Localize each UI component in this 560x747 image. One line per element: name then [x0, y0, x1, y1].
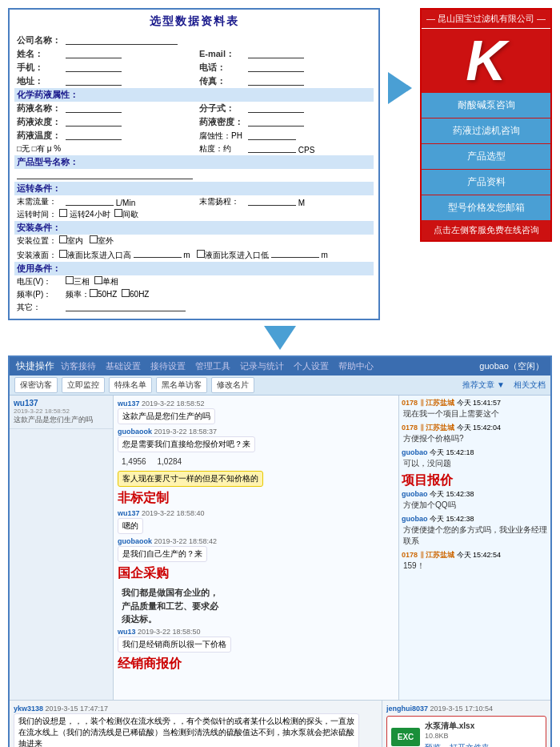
msg-time-wu137-2: 2019-3-22 18:58:40: [142, 509, 205, 517]
toolbar-right: 推荐文章 ▼ 相关文档: [462, 380, 546, 391]
right-time-0178-2: 今天 15:42:04: [457, 424, 502, 432]
right-msg-guobao-2: guobao 今天 15:42:38 方便加个QQ吗: [402, 489, 548, 511]
menu-item-price[interactable]: 型号价格发您邮箱: [422, 195, 550, 220]
toolbar-secret-btn[interactable]: 保密访客: [14, 377, 58, 393]
file-size: 10.8KB: [425, 732, 542, 740]
head-label: 末需扬程：: [197, 195, 246, 208]
nav-stats[interactable]: 记录与统计: [240, 360, 284, 372]
toolbar-monitor-btn[interactable]: 立即监控: [62, 377, 105, 393]
annotation-feiding: 非标定制: [118, 490, 394, 507]
voltage-label: 电压(V)：: [14, 275, 63, 288]
toolbar-card-btn[interactable]: 修改名片: [211, 377, 254, 393]
menu-item-filter[interactable]: 药液过滤机咨询: [422, 118, 550, 143]
msg-user-guobao-2: guobaook: [118, 537, 152, 545]
flow-rate-label: 末需流量：: [14, 195, 63, 208]
toolbar-blacklist-btn[interactable]: 黑名单访客: [156, 377, 207, 393]
bottom-header-ykw: ykw3138 2019-3-15 17:47:17: [14, 705, 378, 713]
drug-name-label: 药液名称：: [14, 102, 63, 115]
flow-rate-field: L/Min: [63, 195, 197, 208]
model-section-header: 产品型号名称：: [14, 155, 374, 169]
chat-bottom-right: jenghui8037 2019-3-15 17:10:54 EXC 水泵清单.…: [382, 701, 550, 747]
chat-top-bar: 快捷操作 访客接待 基础设置 接待设置 管理工具 记录与统计 个人设置 帮助中心…: [10, 357, 550, 376]
file-info: 水泵清单.xlsx 10.8KB 预览 打开文件夹: [425, 721, 542, 747]
email-label: E-mail：: [197, 47, 246, 61]
right-user-0178-2: 0178 ‖ 江苏盐城: [402, 424, 454, 432]
right-text-0178-1: 现在我一个项目上需要这个: [402, 408, 548, 420]
name-field: [66, 49, 122, 58]
right-header-0178-3: 0178 ‖ 江苏盐城 今天 15:42:54: [402, 550, 548, 560]
annotation-project: 项目报价: [402, 473, 453, 487]
toolbar-recommend[interactable]: 推荐文章 ▼: [462, 380, 505, 389]
freq-label: 频率(P)：: [14, 288, 63, 301]
right-header-guobao-2: guobao 今天 15:42:38: [402, 489, 548, 500]
nav-manage[interactable]: 管理工具: [195, 360, 230, 372]
menu-item-material[interactable]: 产品资料: [422, 170, 550, 195]
file-preview-btn[interactable]: 预览: [425, 743, 441, 747]
chat-messages: wu137 2019-3-22 18:58:52 这款产品是您们生产的吗 guo…: [114, 396, 398, 700]
chat-bottom: ykw3138 2019-3-15 17:47:17 我们的设想是，，，装个检测…: [10, 700, 550, 747]
bottom-msg-ykw: ykw3138 2019-3-15 17:47:17 我们的设想是，，，装个检测…: [14, 705, 378, 747]
file-name: 水泵清单.xlsx: [425, 721, 542, 732]
nav-reception[interactable]: 接待设置: [150, 360, 186, 372]
msg-header-guobao-1: guobaook 2019-3-22 18:58:37: [118, 428, 394, 436]
menu-item-model[interactable]: 产品选型: [422, 144, 550, 169]
chat-list-col: wu137 2019-3-22 18:58:52 这款产品是您们生产的吗: [10, 396, 114, 700]
right-user-guobao-2: guobao: [402, 490, 428, 498]
annotation-guoqi-text: 我们都是做国有企业的，产品质量和工艺、要求必须达标。: [118, 584, 394, 628]
drug-conc-label: 药液浓度：: [14, 115, 63, 129]
right-header-guobao-3: guobao 今天 15:42:38: [402, 514, 548, 524]
values-text: 1,4956 1,0284: [118, 456, 394, 468]
msg-user-wu13-1: wu13: [118, 628, 136, 636]
chat-user-status: guobao（空闲）: [479, 360, 544, 372]
company-k-logo: K: [466, 33, 506, 89]
chat-list-item-wu137[interactable]: wu137 2019-3-22 18:58:52 这款产品是您们生产的吗: [10, 396, 113, 429]
bottom-bubble-ykw: 我们的设想是，，，装个检测仪在流水线旁，，有个类似针的或者某什么以检测的探头，一…: [14, 713, 359, 747]
msg-header-wu137-2: wu137 2019-3-22 18:58:40: [118, 509, 394, 517]
phases-options: 三相 单相: [63, 275, 197, 288]
company-header: — 昆山国宝过滤机有限公司 —: [422, 10, 550, 29]
right-time-0178-1: 今天 15:41:57: [457, 399, 502, 407]
address-label: 地址：: [14, 74, 63, 88]
right-header-0178-1: 0178 ‖ 江苏盐城 今天 15:41:57: [402, 398, 548, 408]
nav-help[interactable]: 帮助中心: [338, 360, 374, 372]
file-actions: 预览 打开文件夹: [425, 742, 542, 747]
corrosion-field: [248, 131, 296, 140]
right-user-guobao-1: guobao: [402, 448, 428, 456]
right-time-guobao-2: 今天 15:42:38: [430, 490, 474, 498]
email-field: [248, 49, 304, 58]
toolbar-special-btn[interactable]: 特殊名单: [109, 377, 152, 393]
nav-personal[interactable]: 个人设置: [294, 360, 329, 372]
right-header-0178-2: 0178 ‖ 江苏盐城 今天 15:42:04: [402, 423, 548, 433]
right-time-0178-3: 今天 15:42:54: [457, 551, 502, 559]
bottom-right-time-jeng: 2019-3-15 17:10:54: [430, 705, 494, 713]
other-field: [66, 302, 186, 311]
chat-username: guobao（空闲）: [479, 361, 544, 371]
bottom-user-ykw: ykw3138: [14, 705, 43, 713]
viscosity-field: CPS: [246, 143, 374, 155]
right-text-guobao-1: 可以，没问题: [402, 458, 548, 469]
bottom-right-msg-jeng: jenghui8037 2019-3-15 17:10:54: [386, 705, 546, 713]
density-field: [248, 117, 304, 127]
right-time-guobao-3: 今天 15:42:38: [430, 515, 474, 523]
drug-temp-field: [66, 131, 122, 140]
chat-toolbar2: 保密访客 立即监控 特殊名单 黑名单访客 修改名片 推荐文章 ▼ 相关文档: [10, 376, 550, 396]
drug-temp-label: 药液温度：: [14, 129, 63, 143]
toolbar-docs[interactable]: 相关文档: [514, 380, 546, 389]
form-table: 公司名称： 姓名： E-mail： 手机： 电话： 地址： 传真：: [14, 34, 374, 314]
menu-item-pump[interactable]: 耐酸碱泵咨询: [422, 93, 550, 118]
msg-row-values: 1,4956 1,0284: [118, 456, 394, 468]
file-open-btn[interactable]: 打开文件夹: [450, 743, 490, 747]
right-text-guobao-3: 方便便捷个您的多方式吗，我业业务经理联系: [402, 524, 548, 547]
msg-header-wu137-1: wu137 2019-3-22 18:58:52: [118, 400, 394, 408]
nav-visit[interactable]: 访客接待: [61, 360, 96, 372]
right-msg-0178-1: 0178 ‖ 江苏盐城 今天 15:41:57 现在我一个项目上需要这个: [402, 398, 548, 420]
msg-user-guobao-1: guobaook: [118, 428, 152, 436]
cli-name-wu137: wu137: [14, 399, 109, 408]
right-arrow-icon: [388, 72, 412, 104]
nav-basic[interactable]: 基础设置: [106, 360, 141, 372]
address-field: [66, 76, 122, 86]
flow-section-header: 运转条件：: [14, 182, 374, 195]
msg-row-guobao-1: guobaook 2019-3-22 18:58:37 您是需要我们直接给您报价…: [118, 428, 394, 452]
other-label: 其它：: [14, 301, 63, 314]
company-footer: 点击左侧客服免费在线咨询: [422, 220, 550, 240]
